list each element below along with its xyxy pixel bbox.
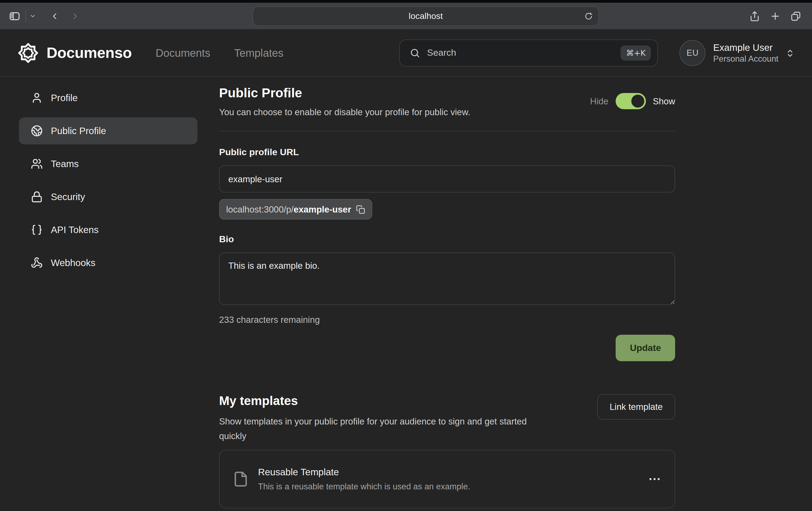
public-url-text: localhost:3000/p/example-user	[226, 204, 351, 214]
template-name: Reusable Template	[258, 466, 470, 479]
update-button[interactable]: Update	[616, 335, 675, 361]
avatar: EU	[680, 40, 706, 66]
app-header: Documenso Documents Templates Search ⌘+K…	[0, 30, 812, 77]
search-input[interactable]: Search ⌘+K	[400, 39, 658, 66]
chevrons-up-down-icon	[785, 49, 795, 58]
sidebar-item-label: API Tokens	[51, 224, 98, 236]
sidebar-menu-chevron-down-icon[interactable]	[30, 13, 36, 19]
public-url-prefix: localhost:3000/p/	[226, 204, 294, 214]
sidebar-toggle-icon[interactable]	[9, 10, 21, 22]
my-templates-head-text: My templates Show templates in your publ…	[219, 393, 549, 443]
new-tab-plus-icon[interactable]	[770, 10, 781, 21]
address-bar[interactable]: localhost	[253, 6, 599, 26]
sidebar-item-label: Profile	[51, 92, 78, 103]
template-description: This is a reusable template which is use…	[258, 481, 470, 492]
sidebar-item-teams[interactable]: Teams	[19, 150, 198, 177]
sidebar-item-security[interactable]: Security	[19, 183, 198, 210]
profile-url-input[interactable]	[219, 166, 675, 192]
sidebar-item-label: Teams	[51, 158, 79, 170]
ellipsis-menu-icon[interactable]	[647, 472, 662, 486]
copy-icon[interactable]	[356, 205, 365, 214]
search-icon	[410, 48, 420, 58]
sidebar-item-label: Security	[51, 191, 85, 203]
webhook-icon	[31, 257, 43, 269]
user-icon	[31, 92, 43, 104]
lock-icon	[31, 191, 43, 203]
search-placeholder: Search	[427, 48, 456, 58]
my-templates-description: Show templates in your public profile fo…	[219, 414, 549, 443]
browser-toolbar: localhost	[0, 3, 812, 30]
hide-label: Hide	[590, 96, 609, 106]
globe-icon	[31, 125, 43, 137]
bio-label: Bio	[219, 234, 675, 245]
account-menu[interactable]: EU Example User Personal Account	[680, 40, 795, 66]
public-url-slug: example-user	[294, 204, 351, 214]
users-icon	[31, 158, 43, 170]
characters-remaining: 233 characters remaining	[219, 315, 675, 325]
section-divider	[219, 131, 675, 131]
update-row: Update	[219, 335, 675, 361]
file-icon	[233, 471, 249, 487]
reload-icon[interactable]	[584, 11, 593, 20]
account-text: Example User Personal Account	[713, 42, 779, 64]
settings-content: Public Profile You can choose to enable …	[219, 84, 675, 508]
toolbar-divider	[25, 10, 26, 22]
bio-textarea[interactable]: This is an example bio.	[219, 252, 675, 305]
public-url-pill[interactable]: localhost:3000/p/example-user	[219, 199, 372, 219]
page-head: Public Profile You can choose to enable …	[219, 84, 675, 118]
brand-name: Documenso	[47, 44, 132, 62]
my-templates-section: My templates Show templates in your publ…	[219, 393, 675, 508]
sidebar-item-public-profile[interactable]: Public Profile	[19, 117, 198, 144]
tab-overview-icon[interactable]	[790, 10, 801, 21]
window-top-edge	[0, 0, 812, 3]
settings-sidebar: Profile Public Profile	[19, 84, 198, 508]
documenso-rosette-icon	[17, 42, 39, 64]
profile-url-label: Public profile URL	[219, 147, 675, 158]
nav-templates[interactable]: Templates	[234, 47, 283, 59]
account-type: Personal Account	[713, 54, 779, 64]
sidebar-item-webhooks[interactable]: Webhooks	[19, 249, 198, 276]
page-head-text: Public Profile You can choose to enable …	[219, 84, 470, 118]
template-list-item: Reusable Template This is a reusable tem…	[219, 450, 675, 508]
my-templates-title: My templates	[219, 393, 549, 409]
template-info: Reusable Template This is a reusable tem…	[258, 466, 470, 492]
browser-back-icon[interactable]	[50, 11, 59, 21]
settings-layout: Profile Public Profile	[0, 77, 812, 508]
sidebar-item-api-tokens[interactable]: API Tokens	[19, 216, 198, 243]
browser-forward-icon[interactable]	[70, 11, 80, 21]
top-nav: Documents Templates	[155, 47, 284, 59]
sidebar-item-label: Webhooks	[51, 257, 95, 269]
account-name: Example User	[713, 42, 779, 54]
address-bar-url: localhost	[409, 11, 443, 21]
screen: localhost	[0, 0, 812, 511]
nav-documents[interactable]: Documents	[155, 47, 210, 59]
visibility-toggle[interactable]	[615, 93, 646, 109]
page-title: Public Profile	[219, 84, 470, 102]
page-subtitle: You can choose to enable or disable your…	[219, 107, 470, 118]
sidebar-item-label: Public Profile	[51, 125, 106, 137]
sidebar-item-profile[interactable]: Profile	[19, 84, 198, 111]
visibility-toggle-group: Hide Show	[590, 93, 675, 109]
share-icon[interactable]	[749, 10, 760, 21]
my-templates-head: My templates Show templates in your publ…	[219, 393, 675, 443]
braces-icon	[31, 224, 43, 236]
documenso-logo[interactable]: Documenso	[17, 42, 132, 64]
show-label: Show	[653, 96, 675, 106]
link-template-button[interactable]: Link template	[597, 394, 675, 420]
toggle-knob	[631, 95, 644, 108]
search-shortcut-badge: ⌘+K	[620, 46, 651, 61]
